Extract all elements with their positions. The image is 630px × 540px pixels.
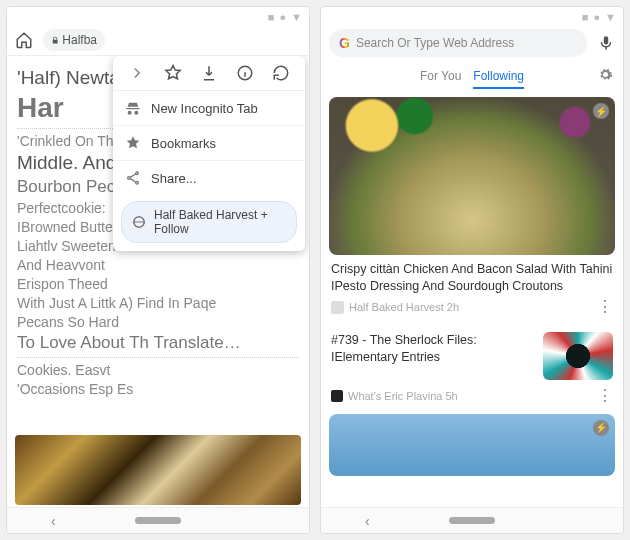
back-icon[interactable]: ‹ (51, 513, 56, 529)
article-line: With Just A Littk A) Find In Paqe (17, 295, 299, 311)
follow-suggestion[interactable]: Half Baked Harvest + Follow (121, 201, 297, 243)
window-controls: ■ ● ▼ (582, 11, 617, 23)
card-image: ⚡ (329, 97, 615, 255)
card-meta: Half Baked Harvest 2h ⋮ (329, 297, 615, 318)
menu-bookmarks[interactable]: Bookmarks (113, 126, 305, 161)
article-line: 'Occasions Esp Es (17, 381, 299, 397)
gear-icon[interactable] (598, 67, 613, 82)
url-bar[interactable]: Halfba (43, 29, 105, 51)
star-icon[interactable] (164, 64, 182, 82)
overflow-menu: New Incognito Tab Bookmarks Share... Hal… (113, 56, 305, 251)
mic-icon[interactable] (597, 34, 615, 52)
publisher-label: Half Baked Harvest 2h (349, 301, 459, 313)
phone-right: ■ ● ▼ G Search Or Type Web Address For Y… (320, 6, 624, 534)
card-thumbnail (543, 332, 613, 380)
lock-icon (51, 35, 59, 46)
svg-point-2 (128, 177, 131, 180)
star-filled-icon (125, 135, 141, 151)
article-line: To Love About Th Translate… (17, 333, 299, 353)
publisher-label: What's Eric Plavina 5h (348, 390, 458, 402)
svg-point-3 (136, 181, 139, 184)
feed-tabs: For You Following (321, 61, 623, 93)
more-icon[interactable]: ⋮ (597, 302, 613, 312)
svg-point-1 (136, 172, 139, 175)
publisher-icon (331, 390, 343, 402)
browser-toolbar: Halfba (7, 23, 309, 56)
nav-pill[interactable] (449, 517, 495, 524)
menu-action-row (113, 56, 305, 91)
feed-card[interactable]: ⚡ Crispy cittàn Chicken And Bacon Salad … (329, 97, 615, 318)
card-title: #739 - The Sherlock Files: (331, 332, 535, 349)
search-placeholder: Search Or Type Web Address (356, 36, 514, 50)
more-icon[interactable]: ⋮ (597, 391, 613, 401)
tab-for-you[interactable]: For You (420, 69, 461, 89)
feed-content: ⚡ Crispy cittàn Chicken And Bacon Salad … (321, 93, 623, 533)
publisher-icon (331, 301, 344, 314)
article-line: Erispon Theed (17, 276, 299, 292)
nav-pill[interactable] (135, 517, 181, 524)
browser-toolbar: G Search Or Type Web Address (321, 23, 623, 61)
system-navbar: ‹ (7, 507, 309, 533)
menu-new-incognito[interactable]: New Incognito Tab (113, 91, 305, 126)
download-icon[interactable] (200, 64, 218, 82)
feed-icon (132, 215, 146, 229)
search-bar[interactable]: G Search Or Type Web Address (329, 29, 587, 57)
amp-icon: ⚡ (593, 103, 609, 119)
back-icon[interactable]: ‹ (365, 513, 370, 529)
tab-following[interactable]: Following (473, 69, 524, 89)
menu-label: New Incognito Tab (151, 101, 258, 116)
menu-label: Bookmarks (151, 136, 216, 151)
system-navbar: ‹ (321, 507, 623, 533)
home-icon[interactable] (15, 31, 33, 49)
phone-left: ■ ● ▼ Halfba 'Half) Newtab Har 'Crinkled… (6, 6, 310, 534)
follow-label: Half Baked Harvest + Follow (154, 208, 286, 236)
card-title: IElementary Entries (331, 349, 535, 366)
article-line: And Heavvont (17, 257, 299, 273)
window-controls: ■ ● ▼ (268, 11, 303, 23)
forward-icon[interactable] (128, 64, 146, 82)
article-image (15, 435, 301, 505)
menu-label: Share... (151, 171, 197, 186)
page-content: 'Half) Newtab Har 'Crinkled On Th Middle… (7, 56, 309, 533)
feed-card[interactable]: #739 - The Sherlock Files: IElementary E… (329, 326, 615, 406)
article-line: Pecans So Hard (17, 314, 299, 330)
feed-card[interactable]: ⚡ (329, 414, 615, 476)
reload-icon[interactable] (272, 64, 290, 82)
info-icon[interactable] (236, 64, 254, 82)
google-logo-icon: G (339, 35, 350, 51)
card-title: Crispy cittàn Chicken And Bacon Salad Wi… (329, 255, 615, 297)
share-icon (125, 170, 141, 186)
amp-icon: ⚡ (593, 420, 609, 436)
menu-share[interactable]: Share... (113, 161, 305, 195)
incognito-icon (125, 100, 141, 116)
url-text: Halfba (62, 33, 97, 47)
card-meta: What's Eric Plavina 5h ⋮ (329, 386, 615, 406)
article-line: Cookies. Easvt (17, 362, 299, 378)
